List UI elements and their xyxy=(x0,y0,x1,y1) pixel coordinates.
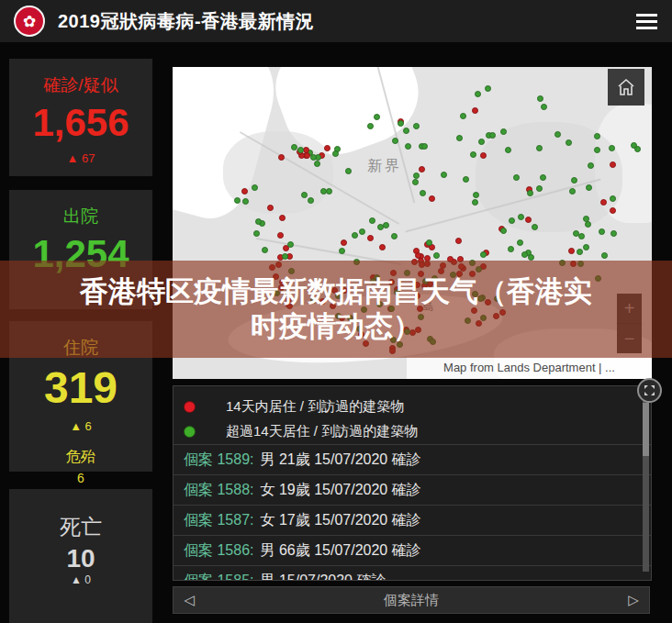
map-dot-older[interactable] xyxy=(463,176,469,183)
map-dot-recent[interactable] xyxy=(278,154,285,161)
map-dot-older[interactable] xyxy=(310,154,317,161)
map-dot-older[interactable] xyxy=(472,199,478,206)
map-dot-older[interactable] xyxy=(536,145,543,151)
map-dot-older[interactable] xyxy=(398,120,404,127)
case-row[interactable]: 個案 1586:男 66歲 15/07/2020 確診 xyxy=(174,535,651,565)
map-dot-older[interactable] xyxy=(532,224,538,230)
map-dot-older[interactable] xyxy=(460,113,466,119)
map-dot-older[interactable] xyxy=(383,222,389,228)
home-button[interactable] xyxy=(608,69,644,106)
case-row[interactable]: 個案 1587:女 17歲 15/07/2020 確診 xyxy=(174,505,651,535)
map-dot-recent[interactable] xyxy=(367,235,374,241)
map-dot-older[interactable] xyxy=(577,249,583,255)
map-dot-older[interactable] xyxy=(521,251,528,258)
map-dot-older[interactable] xyxy=(405,143,411,150)
map-dot-older[interactable] xyxy=(541,104,547,110)
map-dot-recent[interactable] xyxy=(525,217,532,223)
case-row[interactable]: 個案 1589:男 21歲 15/07/2020 確診 xyxy=(174,444,651,474)
map-dot-older[interactable] xyxy=(433,252,440,259)
map-dot-older[interactable] xyxy=(489,132,496,139)
map-dot-older[interactable] xyxy=(599,228,605,235)
map-dot-older[interactable] xyxy=(369,217,375,224)
map-dot-recent[interactable] xyxy=(379,244,386,250)
map-dot-recent[interactable] xyxy=(341,239,347,246)
map-dot-recent[interactable] xyxy=(610,161,616,168)
map-dot-older[interactable] xyxy=(262,247,268,253)
map-dot-older[interactable] xyxy=(412,179,419,185)
map-dot-recent[interactable] xyxy=(429,195,435,202)
map-dot-older[interactable] xyxy=(413,172,420,179)
map-dot-older[interactable] xyxy=(573,230,579,237)
map-dot-older[interactable] xyxy=(554,131,561,138)
map-dot-recent[interactable] xyxy=(241,188,248,195)
map-dot-older[interactable] xyxy=(478,139,485,145)
map-dot-older[interactable] xyxy=(255,218,262,225)
map-dot-older[interactable] xyxy=(456,135,463,141)
stat-card-deaths[interactable]: 死亡 10 ▲ 0 xyxy=(9,489,152,623)
scrollbar-thumb[interactable] xyxy=(643,403,649,456)
case-row[interactable]: 個案 1585:男 15/07/2020 確診 xyxy=(174,565,651,581)
map-dot-older[interactable] xyxy=(345,168,352,174)
map-dot-recent[interactable] xyxy=(304,152,310,159)
map-dot-older[interactable] xyxy=(391,233,398,239)
map-dot-older[interactable] xyxy=(352,232,358,239)
map-dot-older[interactable] xyxy=(475,91,481,97)
map-region-label: 新界 xyxy=(367,157,402,176)
map-dot-older[interactable] xyxy=(252,184,258,191)
map-dot-recent[interactable] xyxy=(600,199,607,206)
map-dot-older[interactable] xyxy=(610,230,617,237)
stat-card-confirmed[interactable]: 確診/疑似 1,656 ▲ 67 xyxy=(9,59,152,176)
map-dot-older[interactable] xyxy=(571,177,577,184)
map-dot-recent[interactable] xyxy=(324,145,330,151)
map-dot-older[interactable] xyxy=(634,146,641,152)
map-dot-recent[interactable] xyxy=(455,238,462,244)
map-dot-older[interactable] xyxy=(287,241,294,248)
map-dot-older[interactable] xyxy=(566,139,572,146)
map-dot-older[interactable] xyxy=(441,172,447,178)
map-dot-older[interactable] xyxy=(537,95,543,102)
map-dot-older[interactable] xyxy=(601,252,608,259)
expand-button[interactable] xyxy=(637,378,662,403)
page-title: 2019冠狀病毒病-香港最新情況 xyxy=(58,9,314,34)
map-dot-recent[interactable] xyxy=(419,166,425,172)
map-dot-older[interactable] xyxy=(308,197,314,204)
map-dot-older[interactable] xyxy=(480,251,487,258)
list-scrollbar[interactable] xyxy=(643,394,649,572)
map-dot-older[interactable] xyxy=(500,228,507,234)
map-dot-older[interactable] xyxy=(339,248,345,254)
map-dot-older[interactable] xyxy=(517,239,523,246)
map-dot-recent[interactable] xyxy=(568,248,575,254)
case-detail: 男 66歲 15/07/2020 確診 xyxy=(260,542,420,558)
map-dot-older[interactable] xyxy=(508,246,514,252)
menu-icon[interactable] xyxy=(633,6,661,37)
map-dot-older[interactable] xyxy=(609,145,615,151)
map-dot-older[interactable] xyxy=(253,230,260,237)
map-dot-recent[interactable] xyxy=(480,152,487,159)
map-dot-older[interactable] xyxy=(505,147,511,153)
map-dot-older[interactable] xyxy=(413,123,420,129)
map-dot-older[interactable] xyxy=(485,85,491,92)
banner-line-1: 香港特区疫情最新数据南昌天气（香港实 xyxy=(80,274,592,309)
map-dot-recent[interactable] xyxy=(277,232,284,239)
map-dot-older[interactable] xyxy=(421,143,428,150)
map-dot-older[interactable] xyxy=(332,150,339,157)
map-dot-older[interactable] xyxy=(420,190,426,196)
map-dot-older[interactable] xyxy=(528,254,534,261)
map-dot-recent[interactable] xyxy=(267,205,274,211)
map-dot-older[interactable] xyxy=(470,151,476,158)
case-row[interactable]: 個案 1588:女 19歲 15/07/2020 確診 xyxy=(174,474,651,505)
map-dot-older[interactable] xyxy=(588,162,594,169)
map-dot-recent[interactable] xyxy=(279,215,286,221)
map-dot-older[interactable] xyxy=(282,253,288,260)
map-dot-recent[interactable] xyxy=(472,107,478,114)
map-dot-older[interactable] xyxy=(583,244,589,250)
map-dot-older[interactable] xyxy=(367,123,374,129)
prev-arrow-icon[interactable]: ◁ xyxy=(174,592,205,608)
map-dot-older[interactable] xyxy=(403,128,409,134)
map-dot-older[interactable] xyxy=(326,188,332,195)
stat-label: 確診/疑似 xyxy=(9,73,152,97)
next-arrow-icon[interactable]: ▷ xyxy=(618,592,649,608)
map-dot-older[interactable] xyxy=(297,147,304,153)
map-dot-older[interactable] xyxy=(359,228,365,235)
map-dot-older[interactable] xyxy=(610,195,616,202)
